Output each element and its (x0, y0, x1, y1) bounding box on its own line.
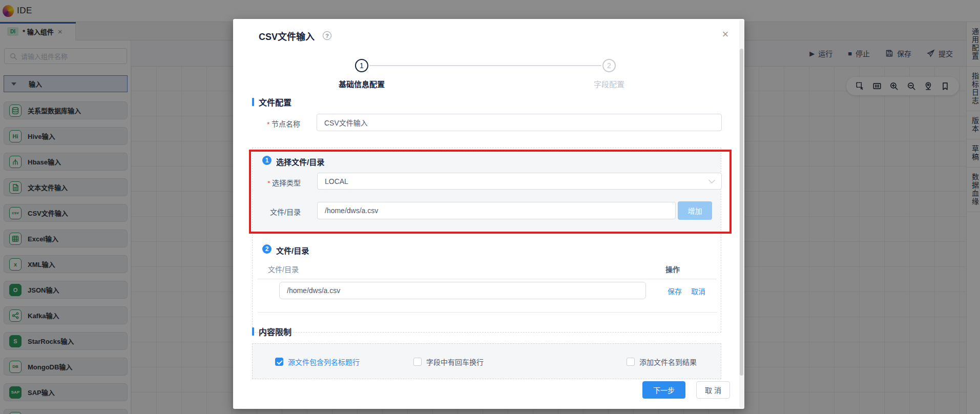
step-2-circle: 2 (602, 59, 616, 72)
node-name-input[interactable] (317, 114, 722, 131)
table-row-divider (258, 312, 717, 313)
step-badge-2: 2 (262, 244, 272, 254)
table-divider (258, 279, 717, 279)
step-2-label: 字段配置 (558, 78, 660, 89)
dir-table-title: 文件/目录 (276, 245, 309, 256)
checkbox-unchecked-icon[interactable] (413, 358, 422, 366)
cancel-link[interactable]: 取消 (691, 286, 705, 296)
save-link[interactable]: 保存 (668, 286, 682, 296)
section-bar (252, 98, 254, 106)
col-header-action: 操作 (665, 264, 680, 274)
section-content-limit: 内容限制 (252, 325, 291, 338)
dir-row-input[interactable] (279, 282, 646, 299)
scrollbar-track[interactable] (739, 20, 744, 408)
help-icon[interactable]: ? (323, 31, 331, 40)
checkbox-header-row[interactable]: 源文件包含列名标题行 (275, 357, 360, 367)
stepper-connector (369, 65, 601, 66)
close-icon[interactable]: × (719, 28, 732, 42)
annotation-red-box (249, 150, 732, 234)
checkbox-unchecked-icon[interactable] (627, 358, 635, 366)
cancel-button[interactable]: 取 消 (696, 381, 730, 399)
modal-title: CSV文件输入 (259, 29, 315, 43)
scrollbar-thumb[interactable] (740, 49, 743, 376)
checkbox-linebreak[interactable]: 字段中有回车换行 (413, 357, 484, 367)
node-name-label: 节点名称 (252, 118, 300, 129)
ide-app: IDE DI * 输入组件 × 请输入组件名称 输入 关系型数据库输入 Hi H… (0, 0, 980, 414)
next-step-button[interactable]: 下一步 (642, 381, 685, 399)
checkbox-append-filename[interactable]: 添加文件名到结果 (627, 357, 697, 367)
content-limit-panel: 源文件包含列名标题行 字段中有回车换行 添加文件名到结果 (252, 343, 721, 379)
section-bar (252, 327, 254, 336)
col-header-path: 文件/目录 (268, 264, 299, 274)
section-file-config: 文件配置 (252, 96, 291, 108)
step-1-circle: 1 (355, 59, 368, 72)
checkbox-checked-icon[interactable] (275, 358, 283, 366)
step-1-label: 基础信息配置 (310, 78, 413, 89)
